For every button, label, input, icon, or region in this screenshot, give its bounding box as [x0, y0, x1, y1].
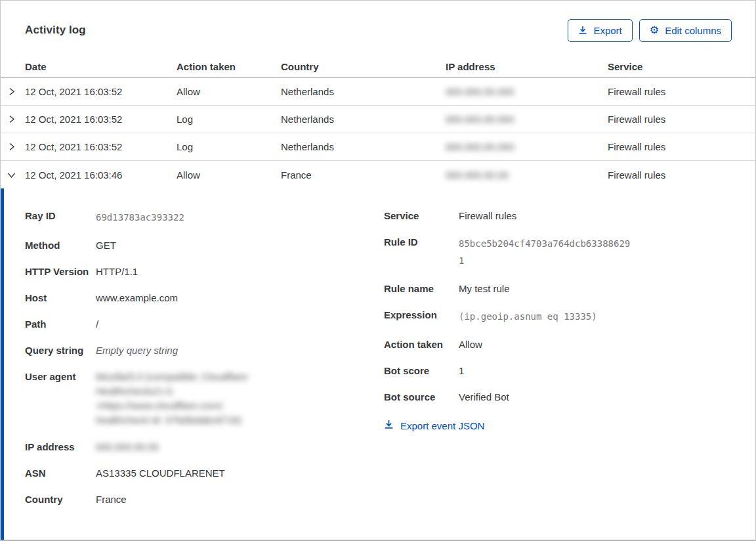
field-label: Action taken — [384, 337, 459, 351]
field-value: Empty query string — [96, 343, 384, 357]
detail-right-column: Service Firewall rules Rule ID 85bce5b20… — [384, 209, 732, 540]
column-header-action-taken: Action taken — [177, 61, 281, 76]
column-header-country: Country — [281, 61, 446, 76]
field-query-string: Query string Empty query string — [25, 343, 384, 357]
field-label: Rule name — [384, 282, 459, 295]
table-row[interactable]: 12 Oct, 2021 16:03:52 Log Netherlands 00… — [1, 133, 755, 161]
field-value: Verified Bot — [459, 390, 732, 404]
field-asn: ASN AS13335 CLOUDFLARENET — [25, 466, 384, 480]
field-user-agent: User agent Mozilla/5.0 (compatible; Clou… — [25, 370, 384, 427]
export-button[interactable]: Export — [568, 19, 632, 42]
field-label: ASN — [25, 466, 96, 480]
cell-ip-address-redacted: 000.000.00.000 — [446, 86, 514, 97]
cell-service: Firewall rules — [608, 114, 755, 125]
page-title: Activity log — [25, 24, 86, 37]
cell-action-taken: Log — [177, 114, 281, 125]
export-button-label: Export — [593, 25, 621, 36]
field-label: Bot score — [384, 364, 459, 378]
toolbar-actions: Export ⚙ Edit columns — [568, 19, 732, 42]
export-event-json-link[interactable]: Export event JSON — [384, 420, 484, 431]
cell-date: 12 Oct, 2021 16:03:52 — [25, 141, 177, 152]
cell-date: 12 Oct, 2021 16:03:52 — [25, 114, 177, 125]
field-label: Rule ID — [384, 235, 459, 269]
field-label: Host — [25, 291, 96, 305]
export-event-json-label: Export event JSON — [400, 420, 484, 431]
cell-country: Netherlands — [281, 86, 446, 97]
edit-columns-button[interactable]: ⚙ Edit columns — [639, 19, 732, 42]
cell-ip-address-redacted: 000.000.00.000 — [446, 141, 514, 152]
table-header: Date Action taken Country IP address Ser… — [1, 60, 755, 78]
field-expression: Expression (ip.geoip.asnum eq 13335) — [384, 308, 732, 325]
field-country: Country France — [25, 492, 384, 506]
field-label: Path — [25, 317, 96, 331]
field-path: Path / — [25, 317, 384, 331]
field-label: Method — [25, 238, 96, 252]
field-host: Host www.example.com — [25, 291, 384, 305]
field-bot-source: Bot source Verified Bot — [384, 390, 732, 404]
field-label: Country — [25, 492, 96, 506]
field-method: Method GET — [25, 238, 384, 252]
topbar: Activity log Export ⚙ Edit columns — [1, 1, 755, 60]
field-label: Expression — [384, 308, 459, 325]
field-label: HTTP Version — [25, 265, 96, 278]
field-value: GET — [96, 238, 384, 252]
column-header-date: Date — [25, 61, 177, 76]
table-row-expanded[interactable]: 12 Oct, 2021 16:03:46 Allow France 000.0… — [1, 161, 755, 188]
field-ray-id: Ray ID 69d13783ac393322 — [25, 209, 384, 226]
table-row[interactable]: 12 Oct, 2021 16:03:52 Log Netherlands 00… — [1, 106, 755, 133]
cell-service: Firewall rules — [608, 141, 755, 152]
cell-service: Firewall rules — [608, 169, 755, 181]
table-row[interactable]: 12 Oct, 2021 16:03:52 Allow Netherlands … — [1, 78, 755, 106]
field-rule-name: Rule name My test rule — [384, 282, 732, 295]
field-value: Firewall rules — [459, 209, 732, 223]
field-value: AS13335 CLOUDFLARENET — [96, 466, 384, 480]
field-label: Query string — [25, 343, 96, 357]
column-header-service: Service — [608, 61, 755, 76]
field-label: Bot source — [384, 390, 459, 404]
field-label: Ray ID — [25, 209, 96, 226]
gear-icon: ⚙ — [650, 25, 659, 35]
cell-action-taken: Allow — [177, 169, 281, 181]
field-ip-address: IP address 000.000.00.00 — [25, 440, 384, 454]
field-value: 85bce5b204cf4703a764dcb633886291 — [459, 235, 631, 269]
field-value: www.example.com — [96, 291, 384, 305]
field-rule-id: Rule ID 85bce5b204cf4703a764dcb633886291 — [384, 235, 732, 269]
chevron-right-icon — [1, 142, 25, 152]
cell-country: Netherlands — [281, 114, 446, 125]
cell-country: France — [281, 169, 446, 181]
field-value: France — [96, 492, 384, 506]
download-icon — [578, 26, 587, 35]
cell-service: Firewall rules — [608, 86, 755, 97]
field-value: My test rule — [459, 282, 732, 295]
field-value: (ip.geoip.asnum eq 13335) — [459, 308, 732, 325]
cell-ip-address-redacted: 000.000.00.00 — [446, 169, 509, 181]
field-bot-score: Bot score 1 — [384, 364, 732, 378]
cell-action-taken: Log — [177, 141, 281, 152]
cell-ip-address-redacted: 000.000.00.000 — [446, 114, 514, 125]
field-value: / — [96, 317, 384, 331]
cell-date: 12 Oct, 2021 16:03:46 — [25, 169, 177, 181]
header-spacer — [1, 67, 25, 71]
field-value: 1 — [459, 364, 732, 378]
field-label: Service — [384, 209, 459, 223]
field-label: User agent — [25, 370, 96, 427]
field-action-taken: Action taken Allow — [384, 337, 732, 351]
event-detail-panel: Ray ID 69d13783ac393322 Method GET HTTP … — [1, 188, 755, 540]
cell-action-taken: Allow — [177, 86, 281, 97]
download-icon — [384, 420, 394, 431]
cell-date: 12 Oct, 2021 16:03:52 — [25, 86, 177, 97]
field-value: HTTP/1.1 — [96, 265, 384, 278]
chevron-right-icon — [1, 114, 25, 124]
chevron-down-icon — [1, 170, 25, 180]
field-value-redacted: Mozilla/5.0 (compatible; Cloudflare-Heal… — [96, 370, 274, 427]
activity-log-card: Activity log Export ⚙ Edit columns Date … — [0, 0, 756, 541]
cell-country: Netherlands — [281, 141, 446, 152]
field-http-version: HTTP Version HTTP/1.1 — [25, 265, 384, 278]
chevron-right-icon — [1, 87, 25, 97]
column-header-ip-address: IP address — [446, 61, 608, 76]
edit-columns-button-label: Edit columns — [665, 25, 721, 36]
field-service: Service Firewall rules — [384, 209, 732, 223]
field-value: Allow — [459, 337, 732, 351]
field-value: 69d13783ac393322 — [96, 209, 384, 226]
field-value-redacted: 000.000.00.00 — [96, 441, 159, 452]
